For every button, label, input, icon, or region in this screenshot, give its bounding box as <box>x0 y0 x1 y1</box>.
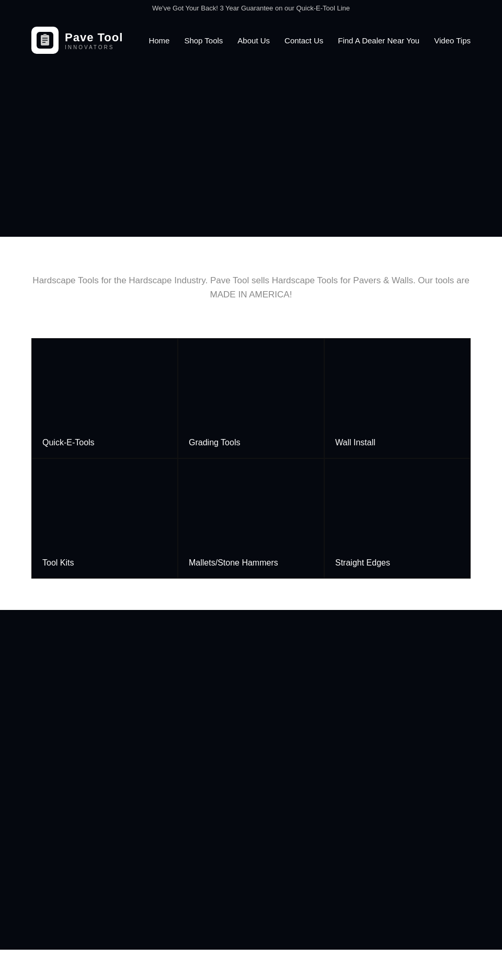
nav-about-us[interactable]: About Us <box>237 36 270 45</box>
product-label-straight-edges: Straight Edges <box>335 558 390 568</box>
bottom-section <box>0 950 502 980</box>
nav-home[interactable]: Home <box>149 36 169 45</box>
hero-section <box>0 64 502 237</box>
nav-contact-us[interactable]: Contact Us <box>284 36 323 45</box>
nav-find-dealer[interactable]: Find A Dealer Near You <box>338 36 419 45</box>
announcement-text: We've Got Your Back! 3 Year Guarantee on… <box>152 4 350 12</box>
product-label-mallets: Mallets/Stone Hammers <box>189 558 278 568</box>
nav-shop-tools[interactable]: Shop Tools <box>184 36 223 45</box>
svg-rect-5 <box>43 34 47 36</box>
products-section: Quick-E-Tools Grading Tools Wall Install… <box>0 328 502 610</box>
product-label-grading-tools: Grading Tools <box>189 438 240 447</box>
product-label-wall-install: Wall Install <box>335 438 375 447</box>
product-label-quick-e-tools: Quick-E-Tools <box>42 438 95 447</box>
announcement-bar: We've Got Your Back! 3 Year Guarantee on… <box>0 0 502 16</box>
dark-video-section <box>0 610 502 950</box>
nav-video-tips[interactable]: Video Tips <box>434 36 471 45</box>
product-card-straight-edges[interactable]: Straight Edges <box>324 458 471 579</box>
product-card-tool-kits[interactable]: Tool Kits <box>31 458 178 579</box>
logo-icon <box>31 27 59 54</box>
logo-text: Pave Tool INNOVATORS <box>65 31 123 50</box>
header: Pave Tool INNOVATORS Home Shop Tools Abo… <box>0 16 502 64</box>
product-card-wall-install[interactable]: Wall Install <box>324 338 471 458</box>
product-label-tool-kits: Tool Kits <box>42 558 74 568</box>
product-card-mallets[interactable]: Mallets/Stone Hammers <box>178 458 324 579</box>
products-grid: Quick-E-Tools Grading Tools Wall Install… <box>31 338 471 579</box>
logo-link[interactable]: Pave Tool INNOVATORS <box>31 27 123 54</box>
main-nav: Home Shop Tools About Us Contact Us Find… <box>149 36 471 45</box>
product-card-quick-e-tools[interactable]: Quick-E-Tools <box>31 338 178 458</box>
intro-text: Hardscape Tools for the Hardscape Indust… <box>31 273 471 302</box>
brand-name: Pave Tool <box>65 31 123 44</box>
product-card-grading-tools[interactable]: Grading Tools <box>178 338 324 458</box>
intro-section: Hardscape Tools for the Hardscape Indust… <box>0 237 502 328</box>
brand-sub: INNOVATORS <box>65 44 123 50</box>
